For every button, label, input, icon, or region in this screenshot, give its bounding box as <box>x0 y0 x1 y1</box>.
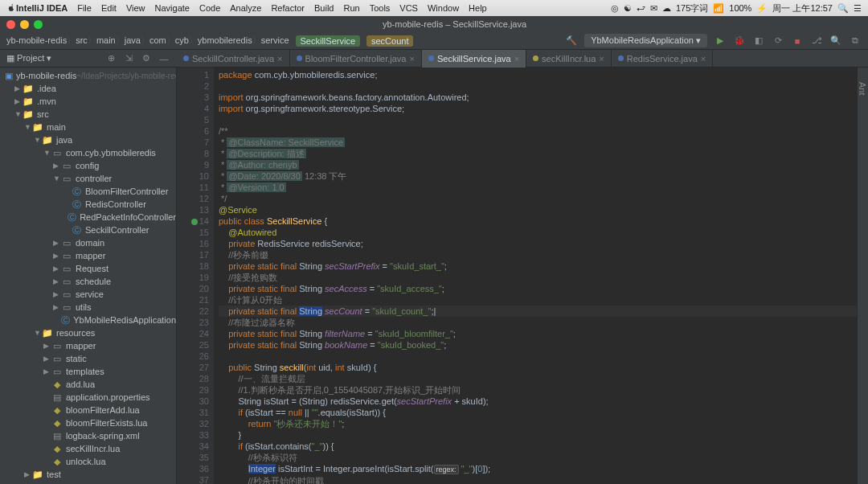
breadcrumb-item[interactable]: java <box>125 35 141 45</box>
tree-item[interactable]: ▼▭controller <box>0 172 176 185</box>
tree-item[interactable]: ▶▭mapper <box>0 249 176 262</box>
tray-icon[interactable]: ☯ <box>624 3 632 14</box>
line-number[interactable]: 36 <box>178 463 209 474</box>
tree-item[interactable]: ▼📁main <box>0 121 176 133</box>
control-center-icon[interactable]: ☰ <box>854 3 862 14</box>
line-number[interactable]: 22 <box>178 306 209 317</box>
tree-item[interactable]: ⒸSeckillController <box>0 224 176 236</box>
line-number[interactable]: 13 <box>178 204 209 215</box>
tree-item[interactable]: ▶▭utils <box>0 301 176 314</box>
menu-edit[interactable]: Edit <box>101 3 117 13</box>
tree-item[interactable]: ▼📁src <box>0 108 176 121</box>
menu-run[interactable]: Run <box>343 3 359 13</box>
code-line[interactable]: private static final String secAccess = … <box>219 283 857 294</box>
menu-file[interactable]: File <box>77 3 92 13</box>
code-line[interactable] <box>219 114 857 125</box>
editor-tab[interactable]: RedisService.java× <box>612 50 713 68</box>
code-line[interactable]: @Autowired <box>219 227 857 238</box>
line-number[interactable]: 14 <box>178 215 209 227</box>
profile-icon[interactable]: ⟳ <box>772 35 784 47</box>
gear-icon[interactable]: ⚙ <box>140 52 153 65</box>
line-number[interactable]: 37 <box>178 474 209 484</box>
code-line[interactable]: //秒杀标识符 <box>219 452 857 463</box>
line-number[interactable]: 30 <box>178 396 209 407</box>
line-number[interactable]: 16 <box>178 238 209 249</box>
editor-tab[interactable]: SeckillService.java× <box>422 50 526 68</box>
menu-navigate[interactable]: Navigate <box>155 3 190 13</box>
line-number[interactable]: 34 <box>178 441 209 452</box>
class-tag[interactable]: SeckillService <box>296 35 360 47</box>
code-line[interactable]: public String seckill(int uid, int skuId… <box>219 362 857 373</box>
line-number[interactable]: 6 <box>178 125 209 137</box>
code-line[interactable]: //一、流量拦截层 <box>219 373 857 384</box>
code-line[interactable]: String isStart = (String) redisService.g… <box>219 396 857 407</box>
close-icon[interactable]: × <box>514 54 519 64</box>
line-number[interactable]: 35 <box>178 452 209 463</box>
tool-window-ant[interactable]: Ant <box>858 82 867 120</box>
code-line[interactable]: Integer isStartInt = Integer.parseInt(is… <box>219 463 857 475</box>
line-number[interactable]: 20 <box>178 283 209 294</box>
tree-item[interactable]: ▶▭service <box>0 288 176 301</box>
code-line[interactable]: //计算从0开始 <box>219 294 857 306</box>
code-line[interactable]: package com.cyb.ybmobileredis.service; <box>219 69 857 80</box>
project-tree[interactable]: ▣yb-mobile-redis ~/IdeaProjects/yb-mobil… <box>0 68 177 484</box>
tree-arrow-icon[interactable]: ▼ <box>34 329 42 337</box>
build-icon[interactable]: 🔨 <box>565 35 578 47</box>
line-number[interactable]: 26 <box>178 351 209 362</box>
line-number[interactable]: 18 <box>178 260 209 272</box>
code-line[interactable]: private static final String secCount = "… <box>219 306 857 317</box>
code-line[interactable]: * @Date: 2020/8/30 12:38 下午 <box>219 170 857 182</box>
project-tool-header[interactable]: ▦ Project ▾ ⊕ ⇲ ⚙ — <box>0 52 177 65</box>
tree-arrow-icon[interactable]: ▶ <box>43 355 51 363</box>
run-icon[interactable]: ▶ <box>714 35 727 47</box>
tree-arrow-icon[interactable]: ▶ <box>53 239 61 247</box>
menu-tools[interactable]: Tools <box>370 3 391 13</box>
editor-tab[interactable]: SeckillController.java× <box>177 50 290 68</box>
code-line[interactable]: import org.springframework.stereotype.Se… <box>219 103 857 114</box>
code-line[interactable]: private RedisService redisService; <box>219 238 857 249</box>
coverage-icon[interactable]: ◧ <box>752 35 765 47</box>
tree-arrow-icon[interactable]: ▶ <box>53 303 61 311</box>
breadcrumb-item[interactable]: com <box>149 35 166 45</box>
tree-arrow-icon[interactable]: ▶ <box>53 290 61 298</box>
tree-arrow-icon[interactable]: ▶ <box>53 277 61 285</box>
breadcrumb-item[interactable]: ybmobileredis <box>198 35 252 45</box>
search-icon[interactable]: 🔍 <box>837 3 849 14</box>
code-line[interactable] <box>219 351 857 362</box>
menu-view[interactable]: View <box>126 3 145 13</box>
close-window-icon[interactable] <box>6 20 15 29</box>
line-number[interactable]: 5 <box>178 114 209 125</box>
line-number[interactable]: 17 <box>178 249 209 260</box>
tree-item[interactable]: ▼▭com.cyb.ybmobileredis <box>0 146 176 159</box>
line-number[interactable]: 21 <box>178 294 209 306</box>
tree-item[interactable]: ▶📁test <box>0 468 176 481</box>
tree-item[interactable]: ▶▭config <box>0 159 176 172</box>
zoom-window-icon[interactable] <box>34 20 43 29</box>
code-line[interactable]: import org.springframework.beans.factory… <box>219 92 857 103</box>
close-icon[interactable]: × <box>701 54 706 64</box>
line-number[interactable]: 24 <box>178 328 209 339</box>
tree-arrow-icon[interactable]: ▼ <box>34 136 42 144</box>
editor-tab[interactable]: secKillIncr.lua× <box>526 50 612 68</box>
code-line[interactable]: if (isStart == null || "".equals(isStart… <box>219 407 857 418</box>
tree-item[interactable]: ▶▭mapper <box>0 339 176 352</box>
code-line[interactable]: private static final String secStartPref… <box>219 260 857 272</box>
code-editor[interactable]: 1234567891011121314151617181920212223242… <box>177 68 868 484</box>
tree-arrow-icon[interactable]: ▶ <box>53 265 61 273</box>
git-icon[interactable]: ⎇ <box>810 35 823 47</box>
tree-arrow-icon[interactable]: ▼ <box>14 110 23 118</box>
code-line[interactable] <box>219 80 857 92</box>
tree-item[interactable]: ◆secKillIncr.lua <box>0 442 176 455</box>
line-number[interactable]: 1 <box>178 69 209 80</box>
breadcrumb-item[interactable]: yb-mobile-redis <box>6 35 67 45</box>
tree-item[interactable]: ◆bloomFilterAdd.lua <box>0 404 176 416</box>
line-number[interactable]: 23 <box>178 317 209 328</box>
line-number[interactable]: 31 <box>178 407 209 418</box>
tree-item[interactable]: ◆add.lua <box>0 378 176 391</box>
line-number[interactable]: 29 <box>178 384 209 396</box>
tree-item[interactable]: ▼📁java <box>0 133 176 146</box>
editor-tab[interactable]: BloomFilterController.java× <box>290 50 422 68</box>
tree-arrow-icon[interactable]: ▶ <box>53 252 61 260</box>
hide-icon[interactable]: — <box>158 52 170 65</box>
tree-item[interactable]: ▶▭static <box>0 352 176 365</box>
